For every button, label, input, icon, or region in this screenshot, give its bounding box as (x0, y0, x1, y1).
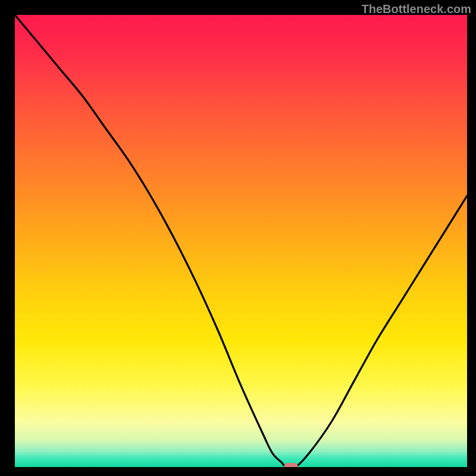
bottleneck-curve (15, 15, 467, 467)
optimal-point-marker (284, 463, 298, 467)
plot-area (15, 15, 467, 467)
watermark-text: TheBottleneck.com (362, 2, 471, 16)
